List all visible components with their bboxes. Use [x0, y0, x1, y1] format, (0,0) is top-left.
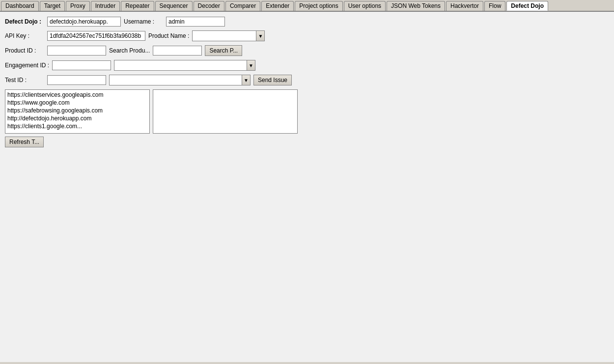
defect-dojo-row: Defect Dojo : Username : — [5, 17, 609, 27]
api-key-row: API Key : Product Name : ▼ — [5, 30, 609, 41]
list-item[interactable]: https://clients1.google.com... — [6, 122, 148, 130]
tab-user-options[interactable]: User options — [344, 1, 386, 11]
test-select-input[interactable] — [109, 75, 242, 85]
list-item[interactable]: https://www.google.com — [6, 99, 148, 107]
tab-intruder[interactable]: Intruder — [91, 1, 120, 11]
test-select-container: ▼ — [109, 75, 251, 85]
tab-project-options[interactable]: Project options — [295, 1, 342, 11]
tab-json-web-tokens[interactable]: JSON Web Tokens — [387, 1, 445, 11]
tab-sequencer[interactable]: Sequencer — [155, 1, 193, 11]
tab-hackvertor[interactable]: Hackvertor — [446, 1, 483, 11]
tab-decoder[interactable]: Decoder — [194, 1, 224, 11]
send-issue-button[interactable]: Send Issue — [253, 75, 292, 85]
test-dropdown-arrow[interactable]: ▼ — [242, 75, 251, 85]
tab-repeater[interactable]: Repeater — [121, 1, 154, 11]
product-id-row: Product ID : Search Produ... Search P... — [5, 45, 609, 56]
tab-flow[interactable]: Flow — [484, 1, 505, 11]
tab-defect-dojo[interactable]: Defect Dojo — [506, 1, 548, 11]
list-item[interactable]: http://defectdojo.herokuapp.com — [6, 114, 148, 122]
url-list-container: https://clientservices.googleapis.com ht… — [5, 89, 609, 134]
engagement-id-row: Engagement ID : ▼ — [5, 60, 609, 71]
engagement-dropdown-arrow[interactable]: ▼ — [247, 60, 255, 71]
tab-dashboard[interactable]: Dashboard — [1, 1, 39, 11]
refresh-row: Refresh T... — [5, 137, 609, 147]
search-product-button[interactable]: Search P... — [205, 45, 242, 56]
api-key-label: API Key : — [5, 32, 44, 39]
product-id-input[interactable] — [47, 46, 106, 56]
list-item[interactable]: https://safebrowsing.googleapis.com — [6, 107, 148, 114]
product-name-dropdown-arrow[interactable]: ▼ — [256, 30, 265, 41]
defect-dojo-url-input[interactable] — [47, 17, 121, 27]
issue-textarea[interactable] — [153, 89, 298, 134]
list-item[interactable]: https://clientservices.googleapis.com — [6, 91, 148, 99]
search-product-input[interactable] — [153, 46, 202, 56]
tab-proxy[interactable]: Proxy — [66, 1, 90, 11]
api-key-input[interactable] — [47, 31, 145, 41]
refresh-button[interactable]: Refresh T... — [5, 137, 44, 147]
defect-dojo-label: Defect Dojo : — [5, 18, 44, 25]
test-id-input[interactable] — [47, 75, 106, 85]
engagement-select-input[interactable] — [114, 60, 247, 71]
test-id-label: Test ID : — [5, 77, 44, 84]
username-input[interactable] — [166, 17, 225, 27]
tab-bar: Dashboard Target Proxy Intruder Repeater… — [0, 0, 614, 12]
product-name-select-container: ▼ — [192, 30, 265, 41]
search-product-label: Search Produ... — [109, 47, 150, 54]
product-name-label: Product Name : — [148, 32, 189, 39]
url-list[interactable]: https://clientservices.googleapis.com ht… — [5, 89, 150, 134]
tab-target[interactable]: Target — [40, 1, 65, 11]
engagement-select-container: ▼ — [114, 60, 255, 71]
main-content: Defect Dojo : Username : API Key : Produ… — [0, 12, 614, 362]
engagement-id-input[interactable] — [52, 60, 111, 70]
tab-extender[interactable]: Extender — [261, 1, 294, 11]
engagement-id-label: Engagement ID : — [5, 62, 49, 69]
tab-comparer[interactable]: Comparer — [225, 1, 260, 11]
product-name-input[interactable] — [192, 30, 256, 41]
product-id-label: Product ID : — [5, 47, 44, 54]
test-id-row: Test ID : ▼ Send Issue — [5, 75, 609, 85]
username-label: Username : — [124, 18, 163, 25]
